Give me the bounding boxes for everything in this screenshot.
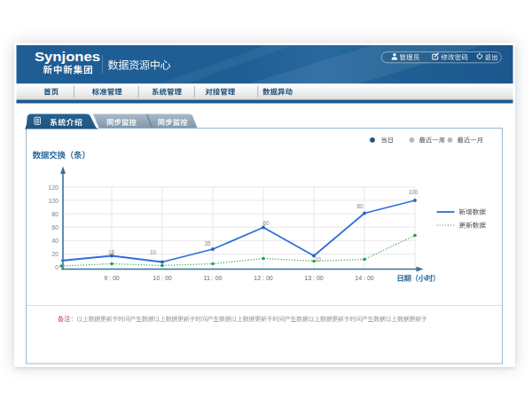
svg-text:80: 80: [356, 203, 364, 209]
svg-text:9 : 00: 9 : 00: [104, 275, 120, 281]
svg-text:20: 20: [51, 251, 59, 257]
svg-text:13 : 00: 13 : 00: [304, 275, 324, 281]
svg-text:10: 10: [315, 256, 322, 262]
svg-text:60: 60: [51, 224, 59, 231]
svg-text:11 : 00: 11 : 00: [204, 275, 223, 281]
svg-text:0: 0: [55, 264, 59, 270]
svg-text:14 : 00: 14 : 00: [355, 275, 374, 281]
svg-text:120: 120: [48, 184, 59, 191]
svg-text:40: 40: [51, 238, 59, 244]
svg-text:Synjones: Synjones: [35, 50, 100, 64]
svg-text:80: 80: [51, 211, 59, 217]
svg-text:60: 60: [262, 220, 270, 226]
svg-text:10: 10: [150, 249, 157, 255]
svg-text:100: 100: [409, 189, 419, 195]
svg-text:100: 100: [48, 198, 59, 204]
svg-text:35: 35: [204, 240, 211, 246]
svg-text:18: 18: [108, 249, 115, 255]
svg-text:10 : 00: 10 : 00: [153, 275, 172, 281]
svg-text:12 : 00: 12 : 00: [254, 275, 273, 281]
